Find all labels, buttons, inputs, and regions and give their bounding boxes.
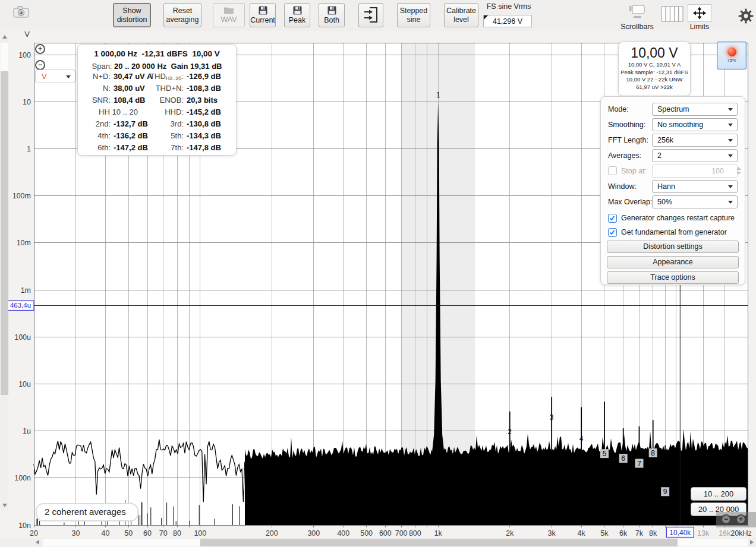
stats-right-label: 5th: <box>137 130 184 142</box>
save-current-button[interactable]: Current <box>250 3 276 27</box>
stats-right-label: THD+N: <box>137 83 184 94</box>
harmonic-marker-label: 4 <box>579 435 584 443</box>
settings-row-averages: Averages:2 <box>601 149 745 163</box>
x-axis-label: 6k <box>619 529 628 537</box>
settings-label: Window: <box>608 180 637 193</box>
x-axis-label: 50 <box>124 529 133 537</box>
span-value: 20 .. 20 000 Hz <box>114 62 166 71</box>
span-label: Span: <box>92 62 112 71</box>
dropdown-mode[interactable]: Spectrum <box>652 103 738 116</box>
panel-button-appearance[interactable]: Appearance <box>607 256 739 268</box>
y-axis-label: 1u <box>23 427 31 435</box>
checkbox-checked[interactable] <box>608 228 617 237</box>
save-peak-button[interactable]: Peak <box>284 3 310 27</box>
panel-button-distortion-settings[interactable]: Distortion settings <box>607 241 739 253</box>
show-distortion-label: Show distortion <box>115 7 149 24</box>
settings-checkbox-row: Generator changes restart capture <box>601 212 745 226</box>
reset-averaging-label: Reset averaging <box>165 7 200 24</box>
spinner-arrows[interactable] <box>736 167 741 175</box>
save-icon <box>293 6 302 15</box>
x-axis-label: 30 <box>72 529 80 537</box>
settings-row-window: Window:Hann <box>601 180 745 194</box>
dropdown-value: 50% <box>657 198 672 206</box>
y-axis-label: 1m <box>21 286 31 295</box>
save-both-button[interactable]: Both <box>319 3 345 27</box>
settings-label: Mode: <box>608 103 629 116</box>
dropdown-value: Spectrum <box>657 105 689 113</box>
stats-row: N+D:30,47 uV ATHDH2..20:-126,9 dB <box>78 71 236 83</box>
settings-row-maxoverlap: Max Overlap:50% <box>601 195 745 210</box>
x-axis-label: 70 <box>159 529 168 537</box>
record-button[interactable]: 75% <box>717 42 746 69</box>
x-axis-label: 40 <box>102 529 110 537</box>
stats-right-label: ENOB: <box>137 94 184 106</box>
horizontal-scrollbar-thumb[interactable] <box>200 539 678 546</box>
wav-button[interactable]: WAV <box>213 3 245 27</box>
spinner-up-icon[interactable] <box>736 167 741 170</box>
toolbar: Show distortion Reset averaging WAV Curr… <box>0 0 756 31</box>
save-icon <box>327 6 336 15</box>
stats-left-label: N: <box>78 83 111 94</box>
scrollbars-toggle[interactable]: Scrollbars <box>618 4 656 31</box>
stop-at-spinner[interactable]: 100 <box>652 165 738 178</box>
corner-zoom-overlay: − + <box>716 512 756 527</box>
stats-right-value: -145,2 dB <box>187 106 221 118</box>
calibrate-level-button[interactable]: Calibrate level <box>444 3 478 27</box>
dropdown-maxoverlap[interactable]: 50% <box>652 195 738 208</box>
x-axis-label: 600 <box>379 529 392 537</box>
stats-left-label: N+D: <box>78 71 111 83</box>
zoom-in-button[interactable]: + <box>35 44 45 54</box>
fundamental-readout: 1 000,00 Hz -12,31 dBFS 10,00 V <box>78 49 236 58</box>
dropdown-value: Hann <box>657 182 675 191</box>
range-button-10200[interactable]: 10 .. 200 <box>691 487 746 501</box>
stepped-sine-button[interactable]: Stepped sine <box>397 3 430 27</box>
zoom-in-button[interactable]: + <box>736 514 746 524</box>
scroll-left-arrow[interactable] <box>36 540 39 545</box>
settings-label: FFT Length: <box>608 134 648 147</box>
fs-sine-vrms-label: FS sine Vrms <box>481 2 536 11</box>
save-icon <box>259 6 267 15</box>
stats-row: 6th:-147,2 dB7th:-147,8 dB <box>78 142 236 154</box>
dropdown-value: 256k <box>657 136 673 144</box>
dropdown-fftlength[interactable]: 256k <box>652 134 738 147</box>
panel-button-trace-options[interactable]: Trace options <box>607 271 739 284</box>
y-axis-unit: V <box>24 30 30 39</box>
show-distortion-button[interactable]: Show distortion <box>113 3 151 27</box>
output-level-detail: 10,00 V C, 10,01 V A <box>619 61 690 69</box>
dropdown-smoothing[interactable]: No smoothing <box>652 118 738 131</box>
panes-icon[interactable] <box>661 6 686 24</box>
dropdown-window[interactable]: Hann <box>652 180 738 193</box>
y-axis-label: 1 <box>27 145 31 153</box>
unit-selector-dropdown[interactable]: V <box>35 69 75 83</box>
fs-sine-vrms-input[interactable] <box>483 15 532 27</box>
import-button[interactable] <box>358 3 383 27</box>
checkbox-checked[interactable] <box>608 214 617 223</box>
y-axis-label: 100m <box>12 192 31 200</box>
unit-selector-value: V <box>42 72 47 81</box>
gain-value: Gain 19,31 dB <box>171 62 222 71</box>
checkbox-label: Get fundamental from generator <box>621 226 727 239</box>
x-axis-label: 400 <box>337 529 349 537</box>
scroll-right-arrow[interactable] <box>750 540 754 545</box>
harmonic-marker-label: 8 <box>651 449 655 457</box>
scroll-down-arrow[interactable] <box>2 504 7 507</box>
vertical-scrollbar-thumb[interactable] <box>1 71 8 395</box>
stop-at-checkbox[interactable] <box>608 166 617 175</box>
reset-averaging-button[interactable]: Reset averaging <box>163 3 201 27</box>
zoom-out-button[interactable]: − <box>35 60 45 70</box>
chevron-down-icon <box>728 154 733 157</box>
screenshot-camera-icon[interactable] <box>13 4 30 22</box>
scroll-up-arrow[interactable] <box>2 35 7 39</box>
spinner-down-icon[interactable] <box>736 172 741 175</box>
limits-toggle[interactable]: Limits <box>686 4 713 31</box>
stats-right-value: -147,8 dB <box>187 142 221 154</box>
vertical-scrollbar-track[interactable] <box>1 43 8 71</box>
settings-row-fftlength: FFT Length:256k <box>601 134 745 148</box>
limits-label: Limits <box>690 23 710 31</box>
harmonic-marker-label: 6 <box>621 454 625 463</box>
settings-gear-icon[interactable] <box>738 8 754 26</box>
limits-arrows-icon <box>688 4 711 22</box>
dropdown-averages[interactable]: 2 <box>652 149 738 162</box>
chevron-down-icon <box>728 185 733 188</box>
zoom-out-button[interactable]: − <box>721 514 731 524</box>
